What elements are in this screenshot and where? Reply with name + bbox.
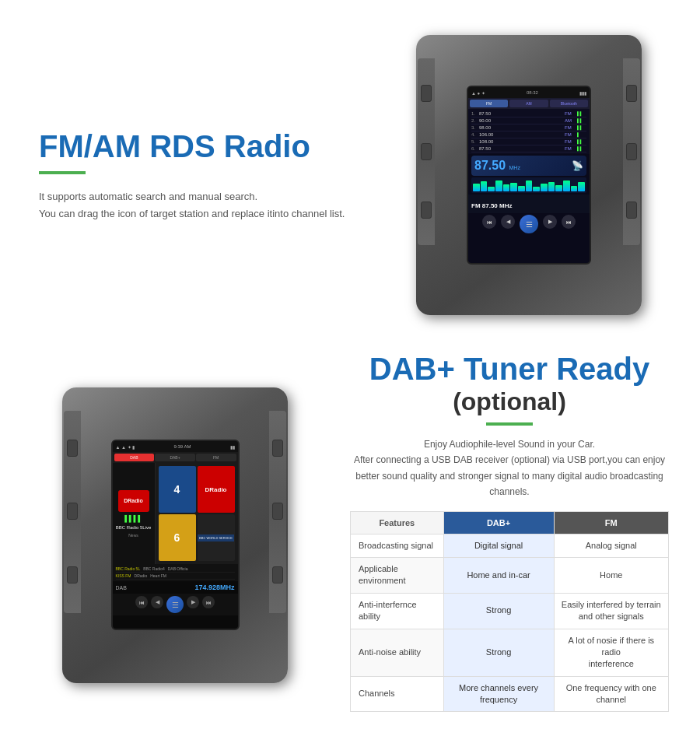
- dab-left-panel: DRadio ▌▌▌▌ BBC Radio 5Live News: [113, 463, 156, 564]
- table-row: Anti-noise ability Strong A lot of nosie…: [351, 629, 669, 676]
- dab-title-block: DAB+ Tuner Ready (optional): [350, 350, 669, 436]
- bbc-world-logo: BBC WORLD SERVICE: [198, 534, 234, 541]
- dab-status-bar: ▲ ▲ ✦ ▮ 9:39 AM ▮▮: [113, 441, 238, 452]
- eq-bar: [510, 183, 517, 191]
- channel-4: 4: [159, 466, 196, 513]
- dab-left-column: [64, 411, 81, 613]
- dab-channel-grid: 4 DRadio 6 BBC WORLD SERVICE: [156, 463, 238, 564]
- signal-strength: ▌▌▌▌: [124, 515, 142, 522]
- table-header-dab: DAB+: [443, 511, 554, 534]
- dab-right-column: [269, 411, 286, 613]
- prev-track-button[interactable]: ◀: [501, 215, 515, 229]
- dab-cell: Strong: [443, 629, 554, 676]
- station-row: 2.90.00AM▌▌: [471, 117, 586, 124]
- side-button: [272, 503, 283, 520]
- channel-bbc-world: BBC WORLD SERVICE: [198, 514, 235, 561]
- dab-prev-track[interactable]: ◀: [151, 596, 163, 608]
- dradio-logo-small: DRadio: [198, 466, 235, 513]
- side-button: [272, 566, 283, 584]
- eq-bar: [481, 181, 488, 191]
- eq-bar: [563, 180, 570, 191]
- dab-nav: DAB DAB+ FM: [113, 452, 238, 463]
- equalizer: [471, 177, 586, 193]
- feature-cell: Anti-noise ability: [351, 629, 444, 676]
- eq-bar: [473, 184, 480, 191]
- nav-tab-am[interactable]: AM: [509, 100, 548, 107]
- eq-bar: [488, 187, 495, 191]
- station-row: 4.106.00FM▌: [471, 131, 586, 138]
- channel-6: 6: [159, 514, 196, 561]
- dab-freq-display: DAB 174.928MHz: [113, 581, 238, 594]
- fm-left-text: FM/AM RDS Radio It supports automatic se…: [16, 112, 373, 238]
- side-button: [67, 503, 78, 520]
- device-right-column: [623, 58, 640, 245]
- feature-cell: Broadcasting signal: [351, 534, 444, 557]
- dradio-logo: DRadio: [118, 490, 149, 512]
- top-section: FM/AM RDS Radio It supports automatic se…: [0, 0, 700, 335]
- eq-bar: [533, 187, 540, 191]
- playback-controls: ⏮ ◀ ☰ ▶ ⏭: [468, 215, 590, 233]
- dab-cell: More channels every frequency: [443, 676, 554, 712]
- channel-4-logo: 4: [159, 466, 196, 513]
- table-row: Applicable environment Home and in-car H…: [351, 557, 669, 593]
- feature-cell: Channels: [351, 676, 444, 712]
- dab-right-text: DAB+ Tuner Ready (optional) Enjoy Audiop…: [334, 342, 684, 727]
- eq-bar: [541, 184, 548, 191]
- next-track-button[interactable]: ▶: [543, 215, 557, 229]
- eq-bar: [578, 182, 585, 191]
- status-icons: ▲ ● ✦: [471, 90, 485, 96]
- table-row: Anti-interfernce ability Strong Easily i…: [351, 593, 669, 629]
- freq-display: 87.50 MHz 📡: [471, 156, 586, 176]
- next-button[interactable]: ⏭: [562, 215, 576, 229]
- fm-cell: A lot of nosie if there is radiointerfer…: [554, 629, 669, 676]
- dab-next-track[interactable]: ▶: [187, 596, 199, 608]
- dab-main-area: DRadio ▌▌▌▌ BBC Radio 5Live News 4 DRadi…: [113, 463, 238, 564]
- station-sub: News: [128, 533, 138, 538]
- antenna-icon: 📡: [572, 160, 583, 171]
- dab-optional: (optional): [350, 387, 669, 416]
- dab-device: ▲ ▲ ✦ ▮ 9:39 AM ▮▮ DAB DAB+ FM DRadio ▌▌…: [62, 387, 288, 683]
- side-button: [67, 440, 78, 457]
- dab-list-row: KISS FMDRadioHeart FM: [116, 573, 235, 580]
- side-button: [626, 202, 637, 219]
- table-header-features: Features: [351, 511, 444, 534]
- table-row: Channels More channels every frequency O…: [351, 676, 669, 712]
- fm-bottom-freq: FM 87.50 MHz: [471, 202, 512, 209]
- device-left-column: [418, 58, 435, 245]
- station-row: 6.87.50FM▌▌: [471, 145, 586, 152]
- station-row: 5.108.00FM▌▌: [471, 138, 586, 145]
- eq-bar: [503, 184, 510, 191]
- dab-tab-dabplus[interactable]: DAB+: [155, 454, 195, 461]
- freq-number: 87.50: [474, 159, 506, 172]
- table-header-fm: FM: [554, 511, 669, 534]
- fm-cell: Home: [554, 557, 669, 593]
- dab-cell: Digital signal: [443, 534, 554, 557]
- eq-bar: [548, 182, 555, 191]
- status-time: 08:32: [527, 90, 538, 95]
- dab-station-list: BBC Radio 5LBBC Radio4DAB Officia KISS F…: [113, 564, 238, 581]
- fm-description: It supports automatic search and manual …: [39, 188, 345, 223]
- nav-tab-bluetooth[interactable]: Bluetooth: [550, 100, 588, 107]
- dab-tab-fm[interactable]: FM: [196, 454, 236, 461]
- fm-title: FM/AM RDS Radio: [39, 128, 310, 165]
- eq-bar: [526, 180, 533, 191]
- dab-next-button[interactable]: ⏭: [202, 596, 215, 608]
- dab-menu-button[interactable]: ☰: [166, 596, 184, 613]
- dab-prev-button[interactable]: ⏮: [135, 596, 148, 608]
- screen-bottom-bar: FM 87.50 MHz: [468, 195, 590, 213]
- fm-cell: Analog signal: [554, 534, 669, 557]
- side-button: [421, 85, 432, 102]
- play-button[interactable]: ☰: [520, 215, 538, 233]
- comparison-table: Features DAB+ FM Broadcasting signal Dig…: [350, 511, 669, 713]
- screen-nav: FM AM Bluetooth: [468, 98, 590, 109]
- side-button: [272, 440, 283, 457]
- nav-tab-fm[interactable]: FM: [470, 100, 508, 107]
- prev-button[interactable]: ⏮: [482, 215, 496, 229]
- dab-description: Enjoy Audiophile-level Sound in your Car…: [350, 436, 669, 500]
- status-battery: ▮▮▮: [579, 90, 586, 96]
- side-button: [421, 202, 432, 219]
- station-row: 3.98.00FM▌▌: [471, 124, 586, 131]
- dab-tab-dab[interactable]: DAB: [114, 454, 155, 461]
- dab-cell: Home and in-car: [443, 557, 554, 593]
- bottom-section: ▲ ▲ ✦ ▮ 9:39 AM ▮▮ DAB DAB+ FM DRadio ▌▌…: [0, 335, 700, 743]
